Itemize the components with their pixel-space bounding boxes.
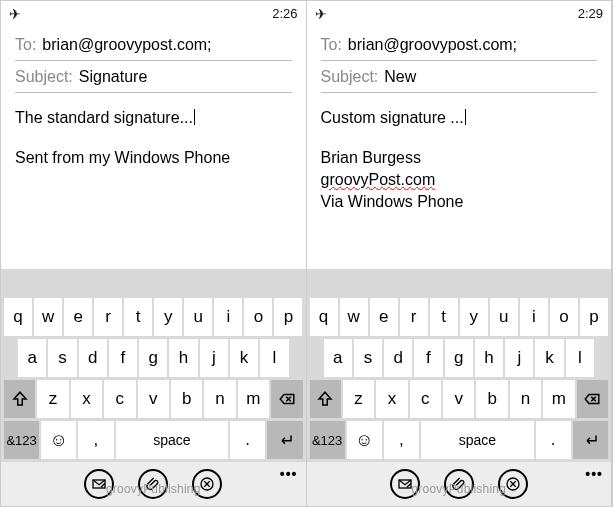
- key-f[interactable]: f: [414, 339, 442, 377]
- key-v[interactable]: v: [443, 380, 474, 418]
- key-symbols[interactable]: &123: [4, 421, 39, 459]
- key-shift[interactable]: [310, 380, 341, 418]
- enter-icon: [276, 431, 294, 449]
- to-field[interactable]: To: brian@groovypost.com;: [321, 29, 598, 61]
- key-y[interactable]: y: [460, 298, 488, 336]
- key-k[interactable]: k: [535, 339, 563, 377]
- key-comma[interactable]: ,: [78, 421, 113, 459]
- keyboard-row-2: a s d f g h j k l: [310, 339, 609, 377]
- key-t[interactable]: t: [430, 298, 458, 336]
- subject-field[interactable]: Subject: Signature: [15, 61, 292, 93]
- key-enter[interactable]: [573, 421, 608, 459]
- subject-field[interactable]: Subject: New: [321, 61, 598, 93]
- send-icon: [91, 476, 107, 492]
- key-t[interactable]: t: [124, 298, 152, 336]
- key-backspace[interactable]: [271, 380, 302, 418]
- shift-icon: [11, 390, 29, 408]
- key-b[interactable]: b: [171, 380, 202, 418]
- paperclip-icon: [451, 476, 467, 492]
- send-icon: [397, 476, 413, 492]
- app-bar: •••: [1, 462, 306, 506]
- email-body[interactable]: Custom signature ... Brian Burgess groov…: [321, 93, 598, 213]
- keyboard-row-2: a s d f g h j k l: [4, 339, 303, 377]
- send-button[interactable]: [390, 469, 420, 499]
- key-w[interactable]: w: [340, 298, 368, 336]
- key-j[interactable]: j: [200, 339, 228, 377]
- key-x[interactable]: x: [71, 380, 102, 418]
- send-button[interactable]: [84, 469, 114, 499]
- signature-block: Brian Burgess groovyPost.com Via Windows…: [321, 147, 598, 213]
- key-l[interactable]: l: [260, 339, 288, 377]
- subject-value: Signature: [79, 68, 148, 86]
- attach-button[interactable]: [444, 469, 474, 499]
- key-j[interactable]: j: [505, 339, 533, 377]
- airplane-mode-icon: ✈: [9, 6, 21, 22]
- key-o[interactable]: o: [550, 298, 578, 336]
- key-q[interactable]: q: [310, 298, 338, 336]
- key-q[interactable]: q: [4, 298, 32, 336]
- key-space[interactable]: space: [421, 421, 534, 459]
- key-l[interactable]: l: [566, 339, 594, 377]
- key-x[interactable]: x: [376, 380, 407, 418]
- key-n[interactable]: n: [510, 380, 541, 418]
- key-r[interactable]: r: [400, 298, 428, 336]
- key-a[interactable]: a: [18, 339, 46, 377]
- more-button[interactable]: •••: [585, 466, 603, 482]
- key-v[interactable]: v: [138, 380, 169, 418]
- key-e[interactable]: e: [370, 298, 398, 336]
- key-w[interactable]: w: [34, 298, 62, 336]
- key-h[interactable]: h: [475, 339, 503, 377]
- key-p[interactable]: p: [580, 298, 608, 336]
- key-s[interactable]: s: [48, 339, 76, 377]
- key-emoji[interactable]: ☺: [347, 421, 382, 459]
- key-g[interactable]: g: [445, 339, 473, 377]
- key-o[interactable]: o: [244, 298, 272, 336]
- key-c[interactable]: c: [410, 380, 441, 418]
- keyboard-row-3: z x c v b n m: [4, 380, 303, 418]
- key-y[interactable]: y: [154, 298, 182, 336]
- status-bar: ✈ 2:26: [1, 1, 306, 23]
- key-z[interactable]: z: [37, 380, 68, 418]
- compose-area: To: brian@groovypost.com; Subject: Signa…: [1, 23, 306, 269]
- key-h[interactable]: h: [169, 339, 197, 377]
- attach-button[interactable]: [138, 469, 168, 499]
- key-z[interactable]: z: [343, 380, 374, 418]
- key-i[interactable]: i: [520, 298, 548, 336]
- key-a[interactable]: a: [324, 339, 352, 377]
- key-i[interactable]: i: [214, 298, 242, 336]
- signature-block: Sent from my Windows Phone: [15, 147, 292, 169]
- key-shift[interactable]: [4, 380, 35, 418]
- key-backspace[interactable]: [577, 380, 608, 418]
- more-button[interactable]: •••: [280, 466, 298, 482]
- key-s[interactable]: s: [354, 339, 382, 377]
- key-m[interactable]: m: [238, 380, 269, 418]
- key-emoji[interactable]: ☺: [41, 421, 76, 459]
- close-button[interactable]: [498, 469, 528, 499]
- close-button[interactable]: [192, 469, 222, 499]
- email-body[interactable]: The standard signature... Sent from my W…: [15, 93, 292, 169]
- key-d[interactable]: d: [79, 339, 107, 377]
- key-p[interactable]: p: [274, 298, 302, 336]
- key-e[interactable]: e: [64, 298, 92, 336]
- key-d[interactable]: d: [384, 339, 412, 377]
- key-u[interactable]: u: [490, 298, 518, 336]
- key-u[interactable]: u: [184, 298, 212, 336]
- to-field[interactable]: To: brian@groovypost.com;: [15, 29, 292, 61]
- key-b[interactable]: b: [476, 380, 507, 418]
- paperclip-icon: [145, 476, 161, 492]
- key-k[interactable]: k: [230, 339, 258, 377]
- key-period[interactable]: .: [536, 421, 571, 459]
- key-r[interactable]: r: [94, 298, 122, 336]
- key-f[interactable]: f: [109, 339, 137, 377]
- key-comma[interactable]: ,: [384, 421, 419, 459]
- key-symbols[interactable]: &123: [310, 421, 345, 459]
- signature-line: Brian Burgess: [321, 147, 598, 169]
- key-enter[interactable]: [267, 421, 302, 459]
- phone-screen-right: ✈ 2:29 To: brian@groovypost.com; Subject…: [307, 1, 613, 506]
- key-space[interactable]: space: [116, 421, 229, 459]
- key-g[interactable]: g: [139, 339, 167, 377]
- key-m[interactable]: m: [543, 380, 574, 418]
- key-n[interactable]: n: [204, 380, 235, 418]
- key-c[interactable]: c: [104, 380, 135, 418]
- key-period[interactable]: .: [230, 421, 265, 459]
